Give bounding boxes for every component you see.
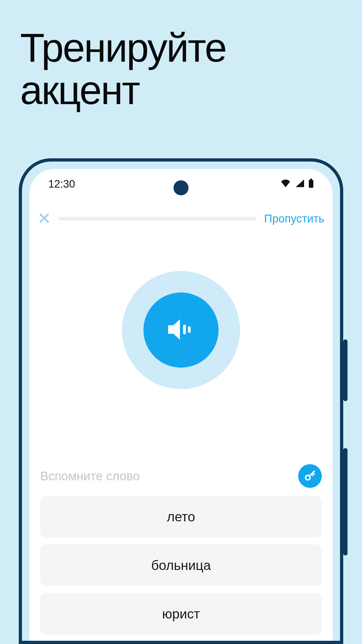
answer-option-label: юрист [162,606,200,622]
signal-icon [295,179,304,188]
play-audio-button[interactable] [143,292,219,368]
answer-option-label: больница [151,558,211,573]
key-icon [304,469,316,483]
skip-button[interactable]: Пропустить [264,212,324,225]
status-icons [280,179,314,189]
status-time: 12:30 [48,178,75,190]
speaker-icon [165,316,197,344]
audio-button-outer [122,271,240,389]
wifi-icon [280,179,291,188]
promo-headline-line1: Тренируйте [20,25,226,70]
svg-rect-1 [309,180,313,188]
camera-notch [173,180,189,195]
svg-rect-3 [188,326,191,333]
answer-option[interactable]: лето [40,496,322,537]
topbar: Пропустить [29,199,333,225]
audio-area [29,271,333,389]
hint-button[interactable] [298,464,322,488]
battery-icon [308,179,314,189]
svg-rect-0 [310,179,312,180]
progress-bar [58,217,257,221]
phone-frame: 12:30 [19,158,343,644]
answer-options: лето больница юрист [29,488,333,641]
prompt-row: Вспомните слово [29,464,333,488]
promo-headline: Тренируйте акцент [20,27,226,111]
promo-headline-line2: акцент [20,68,139,113]
close-button[interactable] [38,212,51,225]
phone-screen: 12:30 [29,169,333,641]
close-icon [39,213,50,225]
answer-option[interactable]: юрист [40,593,322,635]
phone-side-button-bottom [343,448,348,555]
phone-side-button-top [343,339,348,401]
prompt-text: Вспомните слово [40,469,140,483]
svg-rect-2 [183,325,186,334]
answer-option-label: лето [167,509,195,525]
answer-option[interactable]: больница [40,544,322,586]
statusbar: 12:30 [29,169,333,199]
